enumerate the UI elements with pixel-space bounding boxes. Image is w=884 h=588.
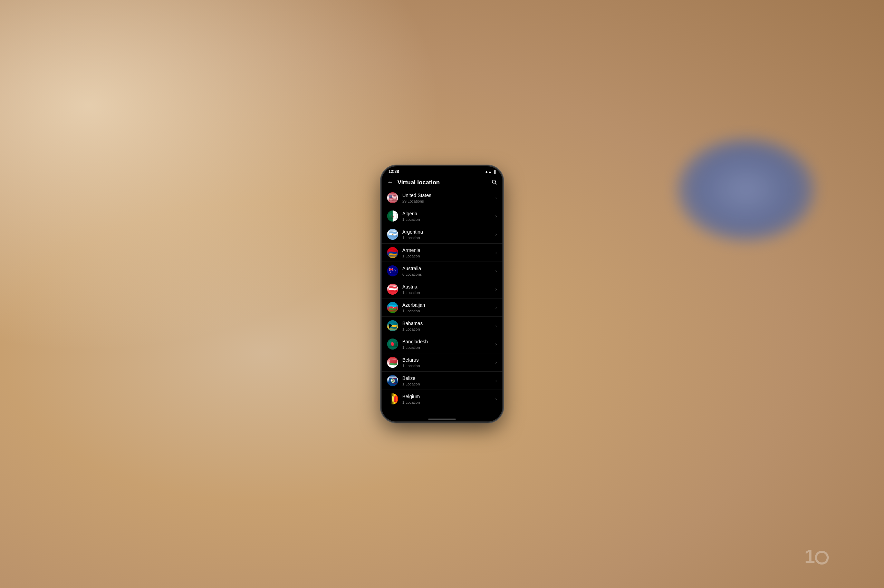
- country-name: United States: [402, 192, 495, 198]
- chevron-right-icon: ›: [495, 286, 497, 292]
- country-flag: 🇧🇿: [387, 375, 398, 386]
- chevron-right-icon: ›: [495, 323, 497, 328]
- country-flag: 🇧🇪: [387, 393, 398, 404]
- country-locations: 6 Locations: [402, 272, 495, 276]
- chevron-right-icon: ›: [495, 231, 497, 237]
- country-info: Australia 6 Locations: [402, 266, 495, 276]
- country-info: Argentina 1 Location: [402, 229, 495, 240]
- country-locations: 1 Location: [402, 400, 495, 404]
- status-bar: 12:38 ▲▲ ▐: [382, 166, 502, 175]
- home-bar: [428, 418, 456, 420]
- list-item[interactable]: 🇧🇿 Belize 1 Location ›: [382, 372, 502, 390]
- header: ← Virtual location: [382, 175, 502, 189]
- chevron-right-icon: ›: [495, 396, 497, 402]
- list-item[interactable]: 🇺🇸 United States 29 Locations ›: [382, 189, 502, 207]
- country-info: Belize 1 Location: [402, 375, 495, 386]
- watermark: 1: [804, 545, 829, 567]
- country-name: Austria: [402, 284, 495, 290]
- status-time: 12:38: [388, 169, 399, 174]
- country-flag: 🇩🇿: [387, 210, 398, 222]
- country-info: Armenia 1 Location: [402, 247, 495, 258]
- country-info: Algeria 1 Location: [402, 210, 495, 221]
- list-item[interactable]: 🇦🇿 Azerbaijan 1 Location ›: [382, 298, 502, 317]
- country-locations: 1 Location: [402, 327, 495, 331]
- country-flag: 🇧🇾: [387, 357, 398, 368]
- country-info: Austria 1 Location: [402, 284, 495, 294]
- chevron-right-icon: ›: [495, 213, 497, 219]
- country-locations: 1 Location: [402, 218, 495, 222]
- svg-line-1: [495, 183, 496, 184]
- list-item[interactable]: 🇦🇹 Austria 1 Location ›: [382, 280, 502, 298]
- country-flag: 🇦🇿: [387, 302, 398, 313]
- country-name: Belize: [402, 375, 495, 381]
- list-item[interactable]: 🇩🇿 Algeria 1 Location ›: [382, 207, 502, 225]
- country-name: Armenia: [402, 247, 495, 253]
- country-flag: 🇦🇷: [387, 229, 398, 240]
- country-locations: 29 Locations: [402, 199, 495, 203]
- country-list: 🇺🇸 United States 29 Locations › 🇩🇿 Alger…: [382, 189, 502, 417]
- app-content: ← Virtual location 🇺🇸 United States 29 L…: [382, 175, 502, 421]
- list-item[interactable]: 🇦🇷 Argentina 1 Location ›: [382, 225, 502, 244]
- country-info: Bangladesh 1 Location: [402, 339, 495, 349]
- chevron-right-icon: ›: [495, 195, 497, 201]
- scene: 12:38 ▲▲ ▐ ← Virtual location: [287, 35, 597, 553]
- country-name: Bahamas: [402, 320, 495, 326]
- chevron-right-icon: ›: [495, 378, 497, 383]
- country-name: Argentina: [402, 229, 495, 235]
- country-locations: 1 Location: [402, 364, 495, 368]
- signal-icon: ▐: [493, 170, 496, 174]
- list-item[interactable]: 🇦🇲 Armenia 1 Location ›: [382, 244, 502, 262]
- country-locations: 1 Location: [402, 345, 495, 350]
- list-item[interactable]: 🇧🇸 Bahamas 1 Location ›: [382, 317, 502, 335]
- country-name: Bangladesh: [402, 339, 495, 345]
- country-info: Belarus 1 Location: [402, 357, 495, 368]
- country-locations: 1 Location: [402, 309, 495, 313]
- country-name: Algeria: [402, 210, 495, 217]
- country-locations: 1 Location: [402, 382, 495, 386]
- country-name: Belgium: [402, 393, 495, 400]
- wifi-icon: ▲▲: [485, 170, 492, 174]
- country-info: Bahamas 1 Location: [402, 320, 495, 331]
- list-item[interactable]: 🇧🇪 Belgium 1 Location ›: [382, 390, 502, 408]
- country-name: Belarus: [402, 357, 495, 363]
- country-flag: 🇺🇸: [387, 192, 398, 203]
- country-flag: 🇧🇸: [387, 320, 398, 331]
- chevron-right-icon: ›: [495, 360, 497, 365]
- bg-decoration: [677, 138, 815, 242]
- chevron-right-icon: ›: [495, 341, 497, 347]
- chevron-right-icon: ›: [495, 250, 497, 255]
- page-title: Virtual location: [397, 179, 487, 186]
- back-button[interactable]: ←: [387, 179, 393, 186]
- country-name: Azerbaijan: [402, 302, 495, 308]
- country-flag: 🇧🇩: [387, 339, 398, 350]
- country-name: Australia: [402, 266, 495, 272]
- country-flag: 🇦🇲: [387, 247, 398, 258]
- status-icons: ▲▲ ▐: [485, 170, 496, 174]
- phone: 12:38 ▲▲ ▐ ← Virtual location: [382, 166, 502, 422]
- country-locations: 1 Location: [402, 254, 495, 258]
- country-flag: 🇦🇹: [387, 284, 398, 295]
- chevron-right-icon: ›: [495, 305, 497, 310]
- home-indicator: [382, 417, 502, 421]
- list-item[interactable]: 🇧🇾 Belarus 1 Location ›: [382, 353, 502, 372]
- country-locations: 1 Location: [402, 236, 495, 240]
- list-item[interactable]: 🇦🇺 Australia 6 Locations ›: [382, 262, 502, 280]
- chevron-right-icon: ›: [495, 268, 497, 274]
- country-info: Belgium 1 Location: [402, 393, 495, 404]
- country-info: Azerbaijan 1 Location: [402, 302, 495, 313]
- country-info: United States 29 Locations: [402, 192, 495, 203]
- list-item[interactable]: 🇧🇩 Bangladesh 1 Location ›: [382, 335, 502, 353]
- country-flag: 🇦🇺: [387, 266, 398, 276]
- country-locations: 1 Location: [402, 291, 495, 295]
- search-button[interactable]: [492, 179, 497, 186]
